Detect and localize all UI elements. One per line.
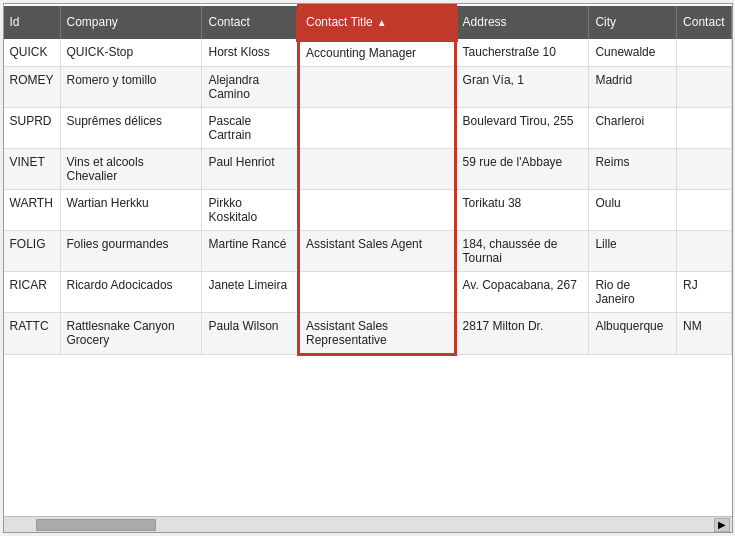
cell-contact_title-4: [299, 190, 456, 231]
cell-city-1: Madrid: [589, 67, 677, 108]
cell-id-4: WARTH: [4, 190, 61, 231]
col-header-id[interactable]: Id: [4, 6, 61, 39]
cell-address-3: 59 rue de l'Abbaye: [455, 149, 589, 190]
cell-id-7: RATTC: [4, 313, 61, 355]
cell-contact2-4: [677, 190, 731, 231]
cell-city-0: Cunewalde: [589, 39, 677, 67]
cell-contact-3: Paul Henriot: [202, 149, 299, 190]
col-header-contact_title[interactable]: Contact Title▲: [299, 6, 456, 39]
cell-contact_title-3: [299, 149, 456, 190]
cell-id-2: SUPRD: [4, 108, 61, 149]
cell-contact2-5: [677, 231, 731, 272]
cell-company-5: Folies gourmandes: [60, 231, 202, 272]
cell-company-0: QUICK-Stop: [60, 39, 202, 67]
table-row[interactable]: VINETVins et alcools ChevalierPaul Henri…: [4, 149, 732, 190]
horizontal-scrollbar-thumb[interactable]: [36, 519, 156, 531]
cell-id-5: FOLIG: [4, 231, 61, 272]
cell-contact2-1: [677, 67, 731, 108]
cell-contact_title-5: Assistant Sales Agent: [299, 231, 456, 272]
cell-contact2-6: RJ: [677, 272, 731, 313]
data-table: IdCompanyContactContact Title▲AddressCit…: [4, 4, 732, 356]
col-header-contact[interactable]: Contact: [202, 6, 299, 39]
table-row[interactable]: WARTHWartian HerkkuPirkko KoskitaloTorik…: [4, 190, 732, 231]
sort-arrow-icon: ▲: [377, 17, 387, 28]
col-header-city[interactable]: City: [589, 6, 677, 39]
table-wrapper[interactable]: IdCompanyContactContact Title▲AddressCit…: [4, 4, 732, 516]
col-header-company[interactable]: Company: [60, 6, 202, 39]
cell-id-6: RICAR: [4, 272, 61, 313]
cell-contact-0: Horst Kloss: [202, 39, 299, 67]
cell-address-1: Gran Vía, 1: [455, 67, 589, 108]
table-row[interactable]: RATTCRattlesnake Canyon GroceryPaula Wil…: [4, 313, 732, 355]
table-row[interactable]: FOLIGFolies gourmandesMartine RancéAssis…: [4, 231, 732, 272]
table-row[interactable]: RICARRicardo AdocicadosJanete LimeiraAv.…: [4, 272, 732, 313]
cell-contact_title-2: [299, 108, 456, 149]
cell-city-6: Rio de Janeiro: [589, 272, 677, 313]
cell-contact2-7: NM: [677, 313, 731, 355]
cell-contact_title-0: Accounting Manager: [299, 39, 456, 67]
cell-company-4: Wartian Herkku: [60, 190, 202, 231]
table-row[interactable]: QUICKQUICK-StopHorst KlossAccounting Man…: [4, 39, 732, 67]
cell-city-3: Reims: [589, 149, 677, 190]
scroll-right-button[interactable]: ▶: [714, 518, 730, 532]
cell-address-5: 184, chaussée de Tournai: [455, 231, 589, 272]
cell-contact_title-7: Assistant Sales Representative: [299, 313, 456, 355]
cell-contact-2: Pascale Cartrain: [202, 108, 299, 149]
col-header-contact2[interactable]: Contact: [677, 6, 731, 39]
cell-contact2-2: [677, 108, 731, 149]
horizontal-scrollbar[interactable]: ▶: [4, 516, 732, 532]
cell-company-6: Ricardo Adocicados: [60, 272, 202, 313]
cell-contact_title-6: [299, 272, 456, 313]
cell-city-5: Lille: [589, 231, 677, 272]
cell-contact_title-1: [299, 67, 456, 108]
cell-company-7: Rattlesnake Canyon Grocery: [60, 313, 202, 355]
cell-contact-6: Janete Limeira: [202, 272, 299, 313]
table-row[interactable]: ROMEYRomero y tomilloAlejandra CaminoGra…: [4, 67, 732, 108]
cell-id-0: QUICK: [4, 39, 61, 67]
cell-address-6: Av. Copacabana, 267: [455, 272, 589, 313]
table-row[interactable]: SUPRDSuprêmes délicesPascale CartrainBou…: [4, 108, 732, 149]
cell-contact-7: Paula Wilson: [202, 313, 299, 355]
cell-company-1: Romero y tomillo: [60, 67, 202, 108]
cell-address-0: Taucherstraße 10: [455, 39, 589, 67]
cell-address-2: Boulevard Tirou, 255: [455, 108, 589, 149]
cell-contact2-3: [677, 149, 731, 190]
cell-address-7: 2817 Milton Dr.: [455, 313, 589, 355]
main-container: IdCompanyContactContact Title▲AddressCit…: [3, 3, 733, 533]
cell-company-2: Suprêmes délices: [60, 108, 202, 149]
cell-contact-5: Martine Rancé: [202, 231, 299, 272]
cell-contact2-0: [677, 39, 731, 67]
col-header-address[interactable]: Address: [455, 6, 589, 39]
cell-id-1: ROMEY: [4, 67, 61, 108]
cell-city-2: Charleroi: [589, 108, 677, 149]
cell-city-7: Albuquerque: [589, 313, 677, 355]
cell-city-4: Oulu: [589, 190, 677, 231]
cell-contact-1: Alejandra Camino: [202, 67, 299, 108]
cell-address-4: Torikatu 38: [455, 190, 589, 231]
cell-id-3: VINET: [4, 149, 61, 190]
cell-contact-4: Pirkko Koskitalo: [202, 190, 299, 231]
cell-company-3: Vins et alcools Chevalier: [60, 149, 202, 190]
